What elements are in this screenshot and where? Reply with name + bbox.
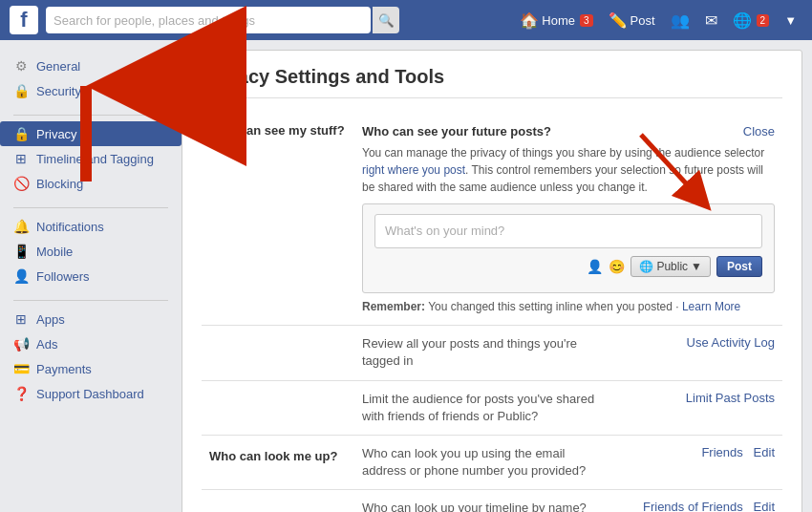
dropdown-arrow-icon: ▼ [691,260,702,273]
apps-icon: ⊞ [13,311,29,327]
page-title: Privacy Settings and Tools [202,66,782,98]
future-posts-question: Who can see your future posts? [362,123,551,140]
sidebar-item-mobile[interactable]: 📱 Mobile [0,239,182,264]
future-posts-description: You can manage the privacy of things you… [362,144,775,196]
limit-past-action: Limit Past Posts [605,380,782,435]
row-activity-log: Review all your posts and things you're … [202,326,782,380]
lock-icon: 🔒 [13,83,29,98]
activity-log-desc: Review all your posts and things you're … [354,326,605,380]
sidebar-section-comm: 🔔 Notifications 📱 Mobile 👤 Followers [0,214,182,288]
empty-cell-2 [202,380,354,435]
sidebar: General 🔒 Security 🔒 Privacy ⊞ Timeline … [0,40,182,512]
nav-more[interactable]: ▼ [779,10,802,32]
layout: General 🔒 Security 🔒 Privacy ⊞ Timeline … [0,40,812,512]
sidebar-divider-2 [13,207,168,208]
sidebar-item-notifications[interactable]: 🔔 Notifications [0,214,182,239]
compose-box[interactable]: What's on your mind? [374,214,762,248]
payments-icon: 💳 [13,361,29,376]
post-icon: ✏️ [609,11,628,30]
empty-cell-3 [202,490,354,512]
nav-home[interactable]: 🏠 Home 3 [514,8,598,33]
use-activity-log-link[interactable]: Use Activity Log [687,335,776,350]
lookup-email-action: Friends Edit [605,435,782,489]
sidebar-item-followers[interactable]: 👤 Followers [0,264,182,288]
friends-icon: 👥 [671,11,690,30]
nav-post-label: Post [630,13,655,28]
notifications-badge: 2 [757,14,770,27]
future-posts-box: What's on your mind? 👤 😊 🌐 Public ▼ [362,203,775,293]
blocking-icon: 🚫 [13,176,29,191]
sidebar-item-support[interactable]: ❓ Support Dashboard [0,381,182,406]
activity-log-action: Use Activity Log [605,326,782,380]
empty-cell-1 [202,326,354,380]
remember-text: Remember: You changed this setting inlin… [362,299,775,315]
audience-public-button[interactable]: 🌐 Public ▼ [630,256,711,277]
lookup-timeline-desc: Who can look up your timeline by name? [354,490,605,512]
search-button[interactable]: 🔍 [373,7,399,33]
globe-icon: 🌐 [639,260,653,273]
post-button[interactable]: Post [716,256,762,277]
sidebar-item-security[interactable]: 🔒 Security [0,78,182,103]
nav-messages[interactable]: ✉ [699,8,723,33]
home-badge: 3 [580,14,593,27]
sidebar-divider-1 [13,115,168,116]
sidebar-label-security: Security [36,84,81,98]
section-header-my-stuff: Who can see my stuff? [202,114,354,326]
search-input[interactable] [46,7,371,33]
home-icon: 🏠 [520,11,539,30]
sidebar-label-apps: Apps [36,312,65,327]
lookup-email-edit-link[interactable]: Edit [754,445,775,459]
public-label: Public [656,260,688,273]
limit-past-posts-link[interactable]: Limit Past Posts [686,391,775,405]
sidebar-label-privacy: Privacy [36,127,77,141]
nav-post[interactable]: ✏️ Post [603,8,661,33]
followers-icon: 👤 [13,268,29,284]
learn-more-link[interactable]: Learn More [682,300,740,313]
sidebar-label-notifications: Notifications [36,220,104,234]
notifications-icon: 🌐 [733,11,752,30]
sidebar-label-support: Support Dashboard [36,387,144,401]
nav-friends[interactable]: 👥 [665,8,695,33]
sidebar-section-tools: ⊞ Apps 📢 Ads 💳 Payments ❓ Support Dashbo… [0,307,182,406]
compose-placeholder: What's on your mind? [385,224,504,238]
sidebar-label-mobile: Mobile [36,245,73,259]
lookup-email-status: Friends [701,445,742,459]
row-lookup-email: Who can look me up? Who can look you up … [202,435,782,489]
gear-icon [13,58,29,74]
notifications-side-icon: 🔔 [13,219,29,234]
facebook-logo: f [10,6,38,34]
section-my-stuff: Who can see my stuff? Who can see your f… [202,114,782,326]
sidebar-item-blocking[interactable]: 🚫 Blocking [0,171,182,196]
sidebar-section-privacy: 🔒 Privacy ⊞ Timeline and Tagging 🚫 Block… [0,121,182,196]
limit-past-desc: Limit the audience for posts you've shar… [354,380,605,435]
close-button[interactable]: Close [743,123,775,140]
ads-icon: 📢 [13,336,29,352]
more-arrow-icon: ▼ [784,13,797,28]
mobile-icon: 📱 [13,244,29,259]
smiley-icon: 😊 [609,258,625,277]
sidebar-item-apps[interactable]: ⊞ Apps [0,307,182,331]
sidebar-item-payments[interactable]: 💳 Payments [0,356,182,381]
right-where-you-post-link[interactable]: right where you post [362,163,465,177]
row-lookup-timeline: Who can look up your timeline by name? F… [202,490,782,512]
nav-home-label: Home [542,13,575,28]
sidebar-item-general[interactable]: General [0,53,182,78]
sidebar-item-timeline[interactable]: ⊞ Timeline and Tagging [0,146,182,171]
future-posts-cell: Who can see your future posts? Close You… [354,114,782,326]
sidebar-label-blocking: Blocking [36,177,83,191]
sidebar-label-followers: Followers [36,269,90,284]
lookup-timeline-status: Friends of Friends [643,500,743,512]
timeline-icon: ⊞ [13,151,29,166]
sidebar-section-account: General 🔒 Security [0,53,182,103]
person-icon: 👤 [587,258,603,277]
messages-icon: ✉ [705,11,717,30]
header-nav: 🏠 Home 3 ✏️ Post 👥 ✉ 🌐 2 ▼ [514,8,802,33]
nav-notifications[interactable]: 🌐 2 [727,8,776,33]
sidebar-label-ads: Ads [36,337,57,352]
sidebar-item-privacy[interactable]: 🔒 Privacy [0,121,182,146]
sidebar-item-ads[interactable]: 📢 Ads [0,331,182,356]
lookup-timeline-action: Friends of Friends Edit [605,490,782,512]
sidebar-label-timeline: Timeline and Tagging [36,152,154,166]
sidebar-divider-3 [13,300,168,301]
lookup-timeline-edit-link[interactable]: Edit [754,500,775,512]
